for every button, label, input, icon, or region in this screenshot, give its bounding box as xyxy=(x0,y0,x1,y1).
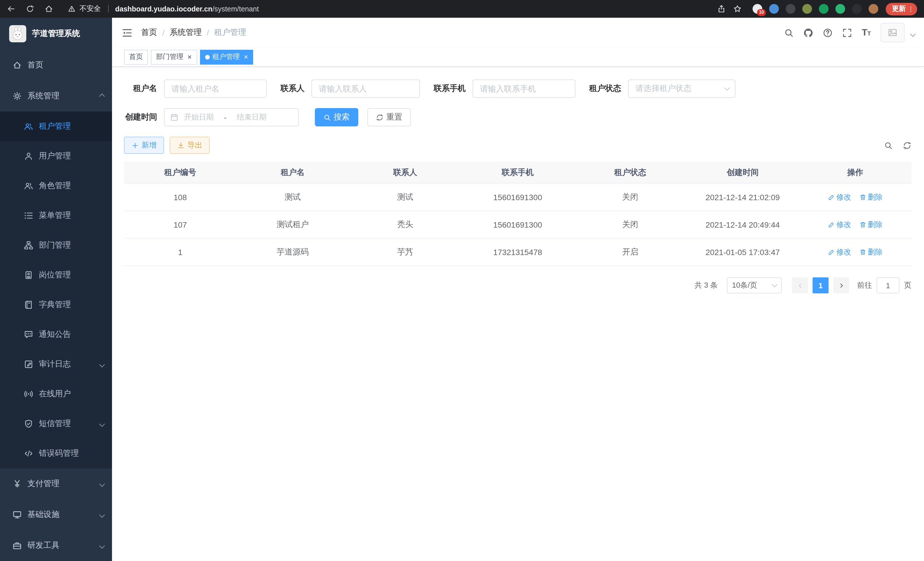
column-header: 租户状态 xyxy=(574,167,687,177)
cell-created: 2021-12-14 20:49:44 xyxy=(687,220,799,229)
browser-menu-icon[interactable] xyxy=(908,5,914,12)
tenant-name-input[interactable] xyxy=(164,80,267,98)
next-page-button[interactable] xyxy=(833,277,849,293)
sidebar-toggle-icon[interactable] xyxy=(112,27,141,38)
extension-pinned-4-icon[interactable] xyxy=(802,4,812,14)
header-search-icon[interactable] xyxy=(784,28,794,38)
delete-link[interactable]: 删除 xyxy=(859,192,883,202)
start-date-placeholder: 开始日期 xyxy=(184,112,214,122)
update-button[interactable]: 更新 xyxy=(886,3,917,15)
sidebar-item-system[interactable]: 系统管理 xyxy=(0,81,112,111)
edit-link[interactable]: 修改 xyxy=(828,247,851,257)
tenant-status-select[interactable]: 请选择租户状态 xyxy=(628,80,735,98)
sidebar-item-infra[interactable]: 基础设施 xyxy=(0,499,112,530)
chevron-down-icon xyxy=(99,481,105,487)
contact-input[interactable] xyxy=(311,80,420,98)
cell-status: 关闭 xyxy=(574,219,687,230)
font-size-icon[interactable]: TT xyxy=(862,27,871,38)
fullscreen-icon[interactable] xyxy=(842,28,852,38)
reset-button[interactable]: 重置 xyxy=(368,108,411,126)
extension-pinned-7-icon[interactable] xyxy=(852,4,862,14)
cell-id: 107 xyxy=(124,220,237,229)
security-label[interactable]: 不安全 xyxy=(80,4,101,14)
cell-phone: 17321315478 xyxy=(461,247,574,256)
edit-link[interactable]: 修改 xyxy=(828,219,851,230)
profile-avatar-icon[interactable] xyxy=(868,4,878,14)
sidebar-item-error-code[interactable]: 错误码管理 xyxy=(0,439,112,468)
help-icon[interactable] xyxy=(823,28,832,38)
export-button[interactable]: 导出 xyxy=(170,137,210,154)
sidebar-item-role[interactable]: 角色管理 xyxy=(0,171,112,201)
tab-部门管理[interactable]: 部门管理× xyxy=(151,50,197,64)
filter-contact: 联系人 xyxy=(280,80,420,98)
sidebar-item-devtools[interactable]: 研发工具 xyxy=(0,530,112,561)
close-tab-icon[interactable]: × xyxy=(244,53,248,61)
reload-icon[interactable] xyxy=(26,5,34,13)
create-time-range-picker[interactable]: 开始日期 - 结束日期 xyxy=(164,108,299,126)
tab-租户管理[interactable]: 租户管理× xyxy=(200,50,253,64)
breadcrumb-item: 租户管理 xyxy=(214,27,246,38)
cell-created: 2021-01-05 17:03:47 xyxy=(687,247,799,256)
sidebar-item-label: 岗位管理 xyxy=(39,270,71,280)
breadcrumb-item[interactable]: 首页 xyxy=(141,27,157,38)
edit-doc-icon xyxy=(24,360,33,369)
extension-pinned-1-icon[interactable]: 10 xyxy=(753,4,762,14)
tabs-bar: 首页部门管理×租户管理× xyxy=(112,47,924,67)
toolbox-icon xyxy=(13,541,22,550)
phone-input[interactable] xyxy=(472,80,575,98)
extension-pinned-6-icon[interactable] xyxy=(836,4,845,14)
browser-home-icon[interactable] xyxy=(45,5,53,13)
search-button[interactable]: 搜索 xyxy=(315,108,358,126)
sidebar-item-notice[interactable]: 通知公告 xyxy=(0,320,112,349)
navbar: 首页/系统管理/租户管理 TT xyxy=(112,18,924,47)
breadcrumb-item[interactable]: 系统管理 xyxy=(170,27,202,38)
badge-icon xyxy=(24,271,33,280)
goto-page-input[interactable] xyxy=(877,277,899,293)
user-avatar[interactable] xyxy=(880,23,904,42)
divider xyxy=(108,5,108,13)
tab-首页[interactable]: 首页 xyxy=(124,50,148,64)
sidebar-item-home[interactable]: 首页 xyxy=(0,50,112,81)
sidebar-item-menu[interactable]: 菜单管理 xyxy=(0,201,112,230)
sidebar-item-user[interactable]: 用户管理 xyxy=(0,141,112,171)
edit-link[interactable]: 修改 xyxy=(828,192,851,202)
sidebar-item-tenant[interactable]: 租户管理 xyxy=(0,111,112,141)
close-tab-icon[interactable]: × xyxy=(188,53,192,61)
sidebar-item-audit-log[interactable]: 审计日志 xyxy=(0,349,112,379)
trash-icon xyxy=(859,194,866,200)
add-button[interactable]: 新增 xyxy=(124,137,164,154)
reset-label: 重置 xyxy=(386,112,402,122)
sidebar-item-dept[interactable]: 部门管理 xyxy=(0,230,112,260)
page-size-select[interactable]: 10条/页 xyxy=(727,277,782,293)
status-placeholder: 请选择租户状态 xyxy=(635,83,692,94)
avatar-caret-icon[interactable] xyxy=(910,31,916,37)
back-icon[interactable] xyxy=(7,5,15,13)
sidebar-item-online-user[interactable]: 在线用户 xyxy=(0,379,112,409)
sidebar-item-dict[interactable]: 字典管理 xyxy=(0,290,112,320)
bookmark-star-icon[interactable] xyxy=(733,5,742,13)
toggle-search-icon[interactable] xyxy=(884,141,892,150)
sidebar-item-pay[interactable]: 支付管理 xyxy=(0,468,112,499)
total-count: 共 3 条 xyxy=(694,280,718,290)
table-row: 107测试租户秃头15601691300关闭2021-12-14 20:49:4… xyxy=(124,211,911,238)
share-icon[interactable] xyxy=(717,5,726,13)
extension-pinned-3-icon[interactable] xyxy=(786,4,795,14)
extension-pinned-5-icon[interactable] xyxy=(819,4,829,14)
chevron-down-icon xyxy=(772,282,777,287)
refresh-table-icon[interactable] xyxy=(903,141,911,150)
cell-actions: 修改删除 xyxy=(799,192,911,202)
pagination: 共 3 条 10条/页 1 前往 页 xyxy=(124,277,911,293)
sidebar-item-post[interactable]: 岗位管理 xyxy=(0,260,112,290)
sidebar-item-label: 支付管理 xyxy=(27,479,59,489)
address-bar[interactable]: 不安全 dashboard.yudao.iocoder.cn/system/te… xyxy=(68,4,259,14)
github-icon[interactable] xyxy=(803,28,813,38)
message-icon xyxy=(24,330,33,339)
delete-link[interactable]: 删除 xyxy=(859,247,883,257)
navbar-right: TT xyxy=(784,23,924,42)
sidebar-item-sms[interactable]: 短信管理 xyxy=(0,409,112,439)
delete-link[interactable]: 删除 xyxy=(859,219,883,230)
extension-pinned-2-icon[interactable] xyxy=(769,4,779,14)
current-page-button[interactable]: 1 xyxy=(813,277,829,293)
broadcast-icon xyxy=(24,390,33,399)
prev-page-button[interactable] xyxy=(792,277,808,293)
